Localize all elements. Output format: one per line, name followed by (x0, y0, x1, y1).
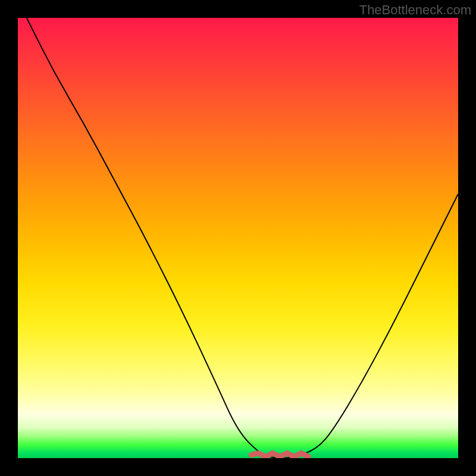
watermark-text: TheBottleneck.com (359, 2, 471, 18)
chart-plot-area (18, 18, 458, 458)
optimal-range-marker (251, 453, 308, 457)
bottleneck-curve-line (27, 18, 458, 458)
chart-svg (18, 18, 458, 458)
